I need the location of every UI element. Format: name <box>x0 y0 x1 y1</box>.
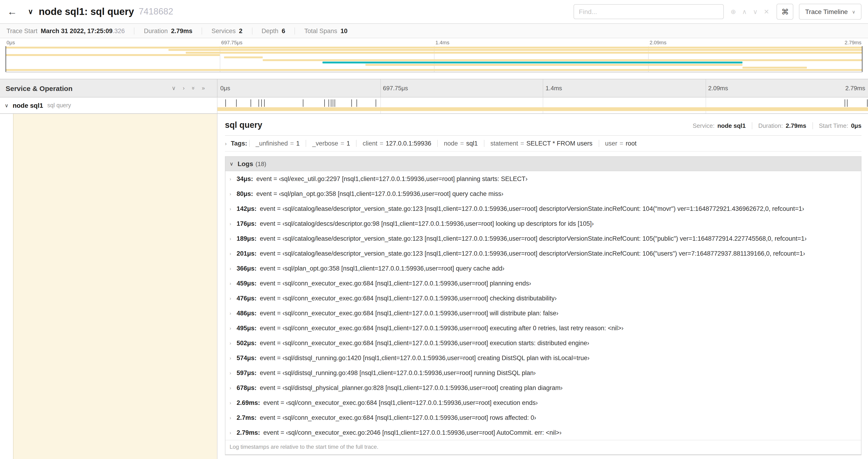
trace-id: 7418682 <box>138 6 173 17</box>
logs-collapse-chevron-down-icon[interactable]: ∨ <box>229 161 233 167</box>
log-expand-chevron-right-icon[interactable]: › <box>229 296 237 301</box>
log-expand-chevron-right-icon[interactable]: › <box>229 415 237 420</box>
expand-all-double-chevron-icon[interactable]: » <box>202 85 205 91</box>
minimap-viewport-right-handle[interactable] <box>862 46 862 72</box>
log-expand-chevron-right-icon[interactable]: › <box>229 176 237 181</box>
tag-list: _unfinished = 1 _verbose = 1 client <box>249 140 643 147</box>
zoom-icon[interactable]: ⊕ <box>731 8 736 15</box>
log-expand-chevron-right-icon[interactable]: › <box>229 430 237 435</box>
log-expand-chevron-right-icon[interactable]: › <box>229 191 237 196</box>
log-marker <box>225 99 226 107</box>
collapse-all-double-chevron-icon[interactable]: » <box>190 87 196 90</box>
tag-value: SELECT * FROM users <box>526 140 592 147</box>
log-row[interactable]: › 80μs: event = ‹sql/plan_opt.go:358 [ns… <box>225 186 861 201</box>
log-marker <box>261 99 262 107</box>
minimap-tick-label: 1.4ms <box>435 40 450 45</box>
log-timestamp: 366μs: <box>237 265 257 272</box>
log-row[interactable]: › 597μs: event = ‹sql/distsql_running.go… <box>225 365 861 380</box>
tag-item: _unfinished = 1 <box>249 140 306 147</box>
trace-collapse-icon[interactable]: ∨ <box>28 7 33 16</box>
minimap-span-bar <box>224 57 262 59</box>
tags-expand-chevron-right-icon[interactable]: › <box>225 141 226 146</box>
keyboard-shortcuts-button[interactable]: ⌘ <box>777 4 794 20</box>
timeline-tick-label: 2.09ms <box>708 85 728 92</box>
detail-service: Service: node sql1 <box>692 122 745 129</box>
log-row[interactable]: › 502μs: event = ‹sql/conn_executor_exec… <box>225 335 861 350</box>
minimap-span-bar <box>263 59 862 61</box>
expand-one-chevron-right-icon[interactable]: › <box>183 85 185 91</box>
log-row[interactable]: › 486μs: event = ‹sql/conn_executor_exec… <box>225 305 861 321</box>
log-row[interactable]: › 495μs: event = ‹sql/conn_executor_exec… <box>225 321 861 335</box>
log-message: event = ‹sql/conn_executor_exec.go:684 [… <box>260 309 559 317</box>
view-selector-button[interactable]: Trace Timeline ∨ <box>799 4 862 20</box>
tag-value: root <box>626 140 637 147</box>
span-expand-chevron-down-icon[interactable]: ∨ <box>5 102 8 108</box>
log-marker <box>335 99 335 107</box>
span-name-column[interactable]: ∨ node sql1 sql query <box>0 97 217 113</box>
summary-value: 10 <box>340 27 347 34</box>
log-row[interactable]: › 476μs: event = ‹sql/conn_executor_exec… <box>225 291 861 305</box>
minimap-canvas[interactable] <box>6 46 862 72</box>
log-expand-chevron-right-icon[interactable]: › <box>229 266 237 271</box>
clear-search-close-icon[interactable]: ✕ <box>764 8 769 15</box>
log-expand-chevron-right-icon[interactable]: › <box>229 206 237 211</box>
log-expand-chevron-right-icon[interactable]: › <box>229 221 237 226</box>
minimap-span-bar <box>365 64 742 66</box>
log-message: event = ‹sql/conn_executor_exec.go:684 [… <box>260 295 557 302</box>
span-timeline[interactable] <box>217 97 868 113</box>
log-expand-chevron-right-icon[interactable]: › <box>229 251 237 256</box>
log-expand-chevron-right-icon[interactable]: › <box>229 310 237 316</box>
tags-row[interactable]: › Tags: _unfinished = 1 _verbose = <box>225 136 862 152</box>
log-row[interactable]: › 2.69ms: event = ‹sql/conn_executor_exe… <box>225 395 861 410</box>
log-row[interactable]: › 678μs: event = ‹sql/distsql_physical_p… <box>225 380 861 395</box>
summary-item: Trace Start March 31 2022, 17:25:09 .326 <box>6 27 135 34</box>
summary-label: Duration <box>144 27 168 34</box>
log-expand-chevron-right-icon[interactable]: › <box>229 370 237 375</box>
log-expand-chevron-right-icon[interactable]: › <box>229 281 237 286</box>
span-detail-panel: sql query Service: node sql1 Duration: 2… <box>217 114 868 459</box>
tag-equals: = <box>620 140 623 147</box>
collapse-one-chevron-down-icon[interactable]: ∨ <box>172 85 176 91</box>
minimap-span-bar <box>6 54 220 56</box>
log-row[interactable]: › 176μs: event = ‹sql/catalog/descs/desc… <box>225 216 861 231</box>
log-expand-chevron-right-icon[interactable]: › <box>229 325 237 330</box>
minimap-viewport-left-handle[interactable] <box>6 46 6 72</box>
log-row[interactable]: › 574μs: event = ‹sql/distsql_running.go… <box>225 350 861 365</box>
detail-row-highlight <box>13 114 217 459</box>
log-row[interactable]: › 189μs: event = ‹sql/catalog/lease/desc… <box>225 231 861 246</box>
span-row[interactable]: ∨ node sql1 sql query <box>0 97 868 114</box>
log-expand-chevron-right-icon[interactable]: › <box>229 236 237 241</box>
log-expand-chevron-right-icon[interactable]: › <box>229 385 237 390</box>
log-row[interactable]: › 142μs: event = ‹sql/catalog/lease/desc… <box>225 201 861 216</box>
next-result-chevron-down-icon[interactable]: ∨ <box>753 8 758 15</box>
tag-item: client = 127.0.0.1:59936 <box>356 140 437 147</box>
back-button[interactable]: ← <box>4 3 21 20</box>
log-marker <box>333 99 334 107</box>
log-expand-chevron-right-icon[interactable]: › <box>229 355 237 360</box>
minimap-span-bar <box>6 69 862 71</box>
log-row[interactable]: › 201μs: event = ‹sql/catalog/lease/desc… <box>225 246 861 261</box>
log-row[interactable]: › 366μs: event = ‹sql/plan_opt.go:358 [n… <box>225 261 861 276</box>
log-expand-chevron-right-icon[interactable]: › <box>229 340 237 346</box>
minimap-span-bar <box>186 52 862 54</box>
chevron-down-icon: ∨ <box>852 9 856 14</box>
summary-item: Services 2 <box>212 27 252 34</box>
log-timestamp: 2.7ms: <box>237 414 257 421</box>
log-expand-chevron-right-icon[interactable]: › <box>229 400 237 405</box>
log-row[interactable]: › 2.7ms: event = ‹sql/conn_executor_exec… <box>225 410 861 425</box>
logs-header[interactable]: ∨ Logs (18) <box>225 157 861 171</box>
service-value: node sql1 <box>717 122 745 129</box>
log-row[interactable]: › 2.79ms: event = ‹sql/conn_executor_exe… <box>225 425 861 440</box>
tags-label: Tags: <box>231 140 247 147</box>
summary-label: Depth <box>261 27 278 34</box>
timeline-tick-label: 1.4ms <box>546 85 562 92</box>
log-row[interactable]: › 459μs: event = ‹sql/conn_executor_exec… <box>225 276 861 291</box>
timeline-tick-label: 697.75μs <box>383 85 408 92</box>
log-message: event = ‹sql/conn_executor_exec.go:684 [… <box>260 324 624 331</box>
log-marker <box>375 99 376 107</box>
find-input[interactable] <box>574 4 724 19</box>
span-service-name: node sql1 <box>12 102 43 109</box>
prev-result-chevron-up-icon[interactable]: ∧ <box>742 8 747 15</box>
tag-item: node = sql1 <box>437 140 484 147</box>
log-row[interactable]: › 34μs: event = ‹sql/exec_util.go:2297 [… <box>225 171 861 186</box>
